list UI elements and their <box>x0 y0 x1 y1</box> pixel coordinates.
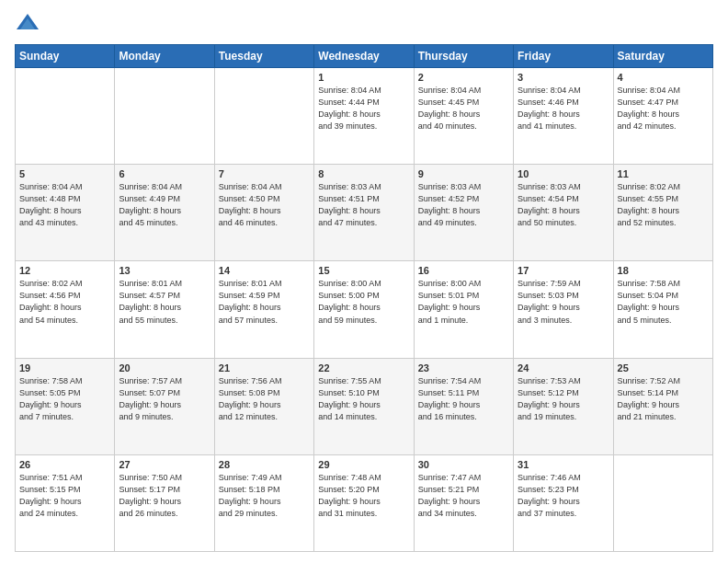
calendar-cell: 16Sunrise: 8:00 AM Sunset: 5:01 PM Dayli… <box>414 261 513 358</box>
day-info: Sunrise: 7:50 AM Sunset: 5:17 PM Dayligh… <box>119 472 210 520</box>
day-number: 16 <box>418 265 509 276</box>
day-info: Sunrise: 7:46 AM Sunset: 5:23 PM Dayligh… <box>518 472 609 520</box>
day-number: 10 <box>518 168 609 179</box>
day-number: 5 <box>19 168 110 179</box>
day-number: 2 <box>418 72 509 83</box>
day-info: Sunrise: 8:04 AM Sunset: 4:48 PM Dayligh… <box>19 181 110 229</box>
header <box>15 11 713 37</box>
calendar-cell: 19Sunrise: 7:58 AM Sunset: 5:05 PM Dayli… <box>16 358 115 454</box>
day-info: Sunrise: 7:56 AM Sunset: 5:08 PM Dayligh… <box>219 375 310 423</box>
weekday-tuesday: Tuesday <box>214 45 313 68</box>
weekday-header-row: SundayMondayTuesdayWednesdayThursdayFrid… <box>16 45 713 68</box>
calendar-table: SundayMondayTuesdayWednesdayThursdayFrid… <box>15 44 713 552</box>
weekday-wednesday: Wednesday <box>314 45 414 68</box>
day-number: 3 <box>518 72 609 83</box>
calendar-cell: 23Sunrise: 7:54 AM Sunset: 5:11 PM Dayli… <box>414 358 513 454</box>
day-number: 30 <box>418 459 509 470</box>
calendar-cell: 5Sunrise: 8:04 AM Sunset: 4:48 PM Daylig… <box>16 165 115 261</box>
calendar-cell: 18Sunrise: 7:58 AM Sunset: 5:04 PM Dayli… <box>613 261 712 358</box>
calendar-cell: 17Sunrise: 7:59 AM Sunset: 5:03 PM Dayli… <box>514 261 613 358</box>
day-number: 14 <box>219 265 310 276</box>
calendar-cell: 13Sunrise: 8:01 AM Sunset: 4:57 PM Dayli… <box>115 261 214 358</box>
day-number: 21 <box>219 362 310 373</box>
day-number: 11 <box>618 168 709 179</box>
day-info: Sunrise: 8:00 AM Sunset: 5:00 PM Dayligh… <box>318 278 409 326</box>
logo-icon <box>15 11 40 37</box>
week-row-3: 12Sunrise: 8:02 AM Sunset: 4:56 PM Dayli… <box>16 261 713 358</box>
calendar-cell: 14Sunrise: 8:01 AM Sunset: 4:59 PM Dayli… <box>214 261 313 358</box>
day-info: Sunrise: 8:01 AM Sunset: 4:57 PM Dayligh… <box>119 278 210 326</box>
day-info: Sunrise: 8:02 AM Sunset: 4:56 PM Dayligh… <box>19 278 110 326</box>
day-number: 7 <box>219 168 310 179</box>
calendar-cell: 26Sunrise: 7:51 AM Sunset: 5:15 PM Dayli… <box>16 454 115 551</box>
day-info: Sunrise: 8:04 AM Sunset: 4:49 PM Dayligh… <box>119 181 210 229</box>
day-info: Sunrise: 7:52 AM Sunset: 5:14 PM Dayligh… <box>618 375 709 423</box>
day-info: Sunrise: 7:54 AM Sunset: 5:11 PM Dayligh… <box>418 375 509 423</box>
calendar-cell <box>214 68 313 165</box>
calendar-cell: 3Sunrise: 8:04 AM Sunset: 4:46 PM Daylig… <box>514 68 613 165</box>
day-info: Sunrise: 7:48 AM Sunset: 5:20 PM Dayligh… <box>318 472 409 520</box>
day-info: Sunrise: 7:58 AM Sunset: 5:04 PM Dayligh… <box>618 278 709 326</box>
calendar-cell: 7Sunrise: 8:04 AM Sunset: 4:50 PM Daylig… <box>214 165 313 261</box>
page: SundayMondayTuesdayWednesdayThursdayFrid… <box>0 0 728 563</box>
weekday-saturday: Saturday <box>613 45 712 68</box>
week-row-4: 19Sunrise: 7:58 AM Sunset: 5:05 PM Dayli… <box>16 358 713 454</box>
day-number: 28 <box>219 459 310 470</box>
day-number: 19 <box>19 362 110 373</box>
calendar-cell: 15Sunrise: 8:00 AM Sunset: 5:00 PM Dayli… <box>314 261 414 358</box>
week-row-2: 5Sunrise: 8:04 AM Sunset: 4:48 PM Daylig… <box>16 165 713 261</box>
day-number: 29 <box>318 459 409 470</box>
calendar-cell: 29Sunrise: 7:48 AM Sunset: 5:20 PM Dayli… <box>314 454 414 551</box>
weekday-thursday: Thursday <box>414 45 513 68</box>
day-info: Sunrise: 7:55 AM Sunset: 5:10 PM Dayligh… <box>318 375 409 423</box>
day-info: Sunrise: 8:03 AM Sunset: 4:51 PM Dayligh… <box>318 181 409 229</box>
day-info: Sunrise: 8:04 AM Sunset: 4:45 PM Dayligh… <box>418 85 509 132</box>
calendar-cell: 1Sunrise: 8:04 AM Sunset: 4:44 PM Daylig… <box>314 68 414 165</box>
day-number: 17 <box>518 265 609 276</box>
day-info: Sunrise: 8:02 AM Sunset: 4:55 PM Dayligh… <box>618 181 709 229</box>
calendar-cell: 20Sunrise: 7:57 AM Sunset: 5:07 PM Dayli… <box>115 358 214 454</box>
calendar-cell: 8Sunrise: 8:03 AM Sunset: 4:51 PM Daylig… <box>314 165 414 261</box>
day-info: Sunrise: 7:47 AM Sunset: 5:21 PM Dayligh… <box>418 472 509 520</box>
weekday-friday: Friday <box>514 45 613 68</box>
calendar-cell: 4Sunrise: 8:04 AM Sunset: 4:47 PM Daylig… <box>613 68 712 165</box>
day-number: 26 <box>19 459 110 470</box>
day-info: Sunrise: 8:04 AM Sunset: 4:47 PM Dayligh… <box>618 85 709 132</box>
day-info: Sunrise: 7:59 AM Sunset: 5:03 PM Dayligh… <box>518 278 609 326</box>
calendar-cell: 22Sunrise: 7:55 AM Sunset: 5:10 PM Dayli… <box>314 358 414 454</box>
day-info: Sunrise: 8:00 AM Sunset: 5:01 PM Dayligh… <box>418 278 509 326</box>
calendar-cell: 9Sunrise: 8:03 AM Sunset: 4:52 PM Daylig… <box>414 165 513 261</box>
day-info: Sunrise: 7:51 AM Sunset: 5:15 PM Dayligh… <box>19 472 110 520</box>
calendar-cell: 11Sunrise: 8:02 AM Sunset: 4:55 PM Dayli… <box>613 165 712 261</box>
day-number: 25 <box>618 362 709 373</box>
weekday-sunday: Sunday <box>16 45 115 68</box>
day-info: Sunrise: 8:04 AM Sunset: 4:50 PM Dayligh… <box>219 181 310 229</box>
day-number: 20 <box>119 362 210 373</box>
weekday-monday: Monday <box>115 45 214 68</box>
day-info: Sunrise: 8:04 AM Sunset: 4:44 PM Dayligh… <box>318 85 409 132</box>
day-number: 22 <box>318 362 409 373</box>
day-number: 24 <box>518 362 609 373</box>
day-number: 6 <box>119 168 210 179</box>
day-info: Sunrise: 8:03 AM Sunset: 4:54 PM Dayligh… <box>518 181 609 229</box>
calendar-cell: 10Sunrise: 8:03 AM Sunset: 4:54 PM Dayli… <box>514 165 613 261</box>
day-info: Sunrise: 7:53 AM Sunset: 5:12 PM Dayligh… <box>518 375 609 423</box>
day-number: 18 <box>618 265 709 276</box>
day-number: 1 <box>318 72 409 83</box>
day-info: Sunrise: 7:49 AM Sunset: 5:18 PM Dayligh… <box>219 472 310 520</box>
calendar-cell <box>115 68 214 165</box>
calendar-cell: 6Sunrise: 8:04 AM Sunset: 4:49 PM Daylig… <box>115 165 214 261</box>
day-info: Sunrise: 8:04 AM Sunset: 4:46 PM Dayligh… <box>518 85 609 132</box>
day-number: 9 <box>418 168 509 179</box>
calendar-cell: 27Sunrise: 7:50 AM Sunset: 5:17 PM Dayli… <box>115 454 214 551</box>
week-row-1: 1Sunrise: 8:04 AM Sunset: 4:44 PM Daylig… <box>16 68 713 165</box>
week-row-5: 26Sunrise: 7:51 AM Sunset: 5:15 PM Dayli… <box>16 454 713 551</box>
calendar-cell: 12Sunrise: 8:02 AM Sunset: 4:56 PM Dayli… <box>16 261 115 358</box>
day-number: 15 <box>318 265 409 276</box>
day-number: 13 <box>119 265 210 276</box>
logo <box>15 11 44 37</box>
calendar-cell: 25Sunrise: 7:52 AM Sunset: 5:14 PM Dayli… <box>613 358 712 454</box>
day-number: 27 <box>119 459 210 470</box>
day-info: Sunrise: 7:58 AM Sunset: 5:05 PM Dayligh… <box>19 375 110 423</box>
calendar-cell <box>16 68 115 165</box>
